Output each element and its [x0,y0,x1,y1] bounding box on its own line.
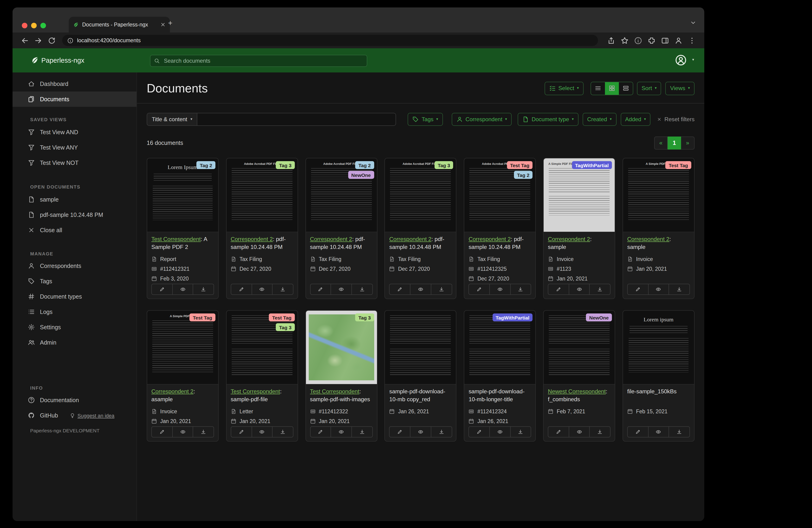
tag-badge[interactable]: Tag 3 [435,161,453,169]
edit-button[interactable] [627,284,648,295]
document-card[interactable]: Adobe Acrobat PDF FilesTag 2NewOneCorres… [305,158,377,299]
tag-badge[interactable]: Test Tag [507,161,533,169]
tag-badge[interactable]: TagWithPartial [492,313,533,322]
download-button[interactable] [193,284,214,295]
browser-info-icon[interactable] [634,37,642,44]
sidebar-item-tags[interactable]: Tags [13,273,136,289]
edit-button[interactable] [389,284,410,295]
grid-view-button[interactable] [605,82,619,95]
edit-button[interactable] [151,284,173,295]
document-card[interactable]: Tag 3Test Correspondent: sample-pdf-with… [305,310,377,442]
sidebar-item-open-doc-sample[interactable]: sample [13,192,136,207]
maximize-window-button[interactable] [40,23,46,28]
view-button[interactable] [569,284,590,295]
correspondent-link[interactable]: Correspondent 2 [627,236,669,242]
document-card[interactable]: Adobe Acrobat PDF FilesTest TagTag 2Corr… [464,158,536,299]
view-button[interactable] [173,284,193,295]
view-button[interactable] [252,426,273,438]
correspondent-link[interactable]: Test Correspondent [310,388,359,395]
sidebar-item-test-view-any[interactable]: Test View ANY [13,140,136,155]
current-page-button[interactable]: 1 [668,137,681,149]
document-card[interactable]: sample-pdf-download-10-mb copy_redJan 26… [385,310,456,442]
filter-text-input[interactable] [198,113,396,126]
browser-menu-icon[interactable] [688,37,696,44]
download-button[interactable] [273,426,293,438]
document-thumbnail[interactable]: Lorem IpsumTag 2 [147,158,218,232]
edit-button[interactable] [469,426,490,438]
correspondent-link[interactable]: Correspondent 2 [310,236,352,242]
edit-button[interactable] [548,426,569,438]
correspondent-filter-button[interactable]: Correspondent [451,113,512,126]
back-icon[interactable] [21,37,29,44]
added-filter-button[interactable]: Added [621,113,650,126]
view-button[interactable] [173,426,193,438]
document-thumbnail[interactable]: A Simple PDF FileTest Tag [623,158,694,232]
download-button[interactable] [273,284,293,295]
sidebar-item-settings[interactable]: Settings [13,319,136,335]
edit-button[interactable] [469,284,490,295]
reload-icon[interactable] [48,37,56,44]
edit-button[interactable] [151,426,173,438]
correspondent-link[interactable]: Correspondent 2 [469,236,511,242]
tag-badge[interactable]: Tag 2 [514,171,533,179]
previous-page-button[interactable]: « [654,137,668,149]
tag-badge[interactable]: Tag 3 [276,323,294,331]
tab-close-icon[interactable] [160,22,166,27]
side-panel-icon[interactable] [661,37,669,44]
download-button[interactable] [669,284,690,295]
document-card[interactable]: A Simple PDF FileTest TagCorrespondent 2… [147,310,219,442]
extensions-icon[interactable] [648,37,655,44]
forward-icon[interactable] [34,37,42,44]
correspondent-link[interactable]: Correspondent 2 [548,236,590,242]
view-button[interactable] [410,426,431,438]
address-bar[interactable]: localhost:4200/documents [62,35,598,46]
tag-badge[interactable]: Tag 2 [197,161,215,169]
view-button[interactable] [252,284,273,295]
profile-avatar-icon[interactable] [675,37,682,44]
document-thumbnail[interactable]: Adobe Acrobat PDF FilesTag 2NewOne [306,158,377,232]
document-thumbnail[interactable]: NewOne [543,311,615,385]
download-button[interactable] [510,284,531,295]
sidebar-item-dashboard[interactable]: Dashboard [13,76,136,91]
global-search[interactable] [150,55,367,67]
site-info-icon[interactable] [67,38,73,43]
suggest-idea-link[interactable]: Suggest an idea [70,413,114,418]
sidebar-item-open-doc-pdf-sample[interactable]: pdf-sample 10.24.48 PM [13,207,136,223]
document-card[interactable]: NewOneNewest Correspondent: f_combinedsF… [543,310,615,442]
tab-search-chevron-icon[interactable] [690,19,696,26]
user-avatar-icon[interactable] [675,54,687,66]
bookmark-star-icon[interactable] [621,37,628,44]
sidebar-item-documentation[interactable]: Documentation [13,393,136,408]
download-button[interactable] [590,284,610,295]
view-button[interactable] [490,284,510,295]
document-thumbnail[interactable]: Adobe Acrobat PDF FilesTag 3 [227,158,298,232]
document-thumbnail[interactable]: A Simple PDF FileTest Tag [147,311,218,385]
sidebar-item-github[interactable]: GitHub Suggest an idea [13,408,136,423]
document-card[interactable]: Adobe Acrobat PDF FilesTag 3Corresponden… [226,158,298,299]
sidebar-item-test-view-and[interactable]: Test View AND [13,125,136,140]
correspondent-link[interactable]: Correspondent 2 [151,388,193,395]
tag-badge[interactable]: Tag 2 [355,161,374,169]
correspondent-link[interactable]: Test Correspondent [151,236,201,242]
view-button[interactable] [490,426,510,438]
download-button[interactable] [352,284,373,295]
document-card[interactable]: A Simple PDF FileTagWithPartialCorrespon… [543,158,615,299]
detail-view-button[interactable] [619,82,633,95]
view-button[interactable] [331,426,352,438]
tag-badge[interactable]: Test Tag [269,313,294,322]
tag-badge[interactable]: Test Tag [190,313,215,322]
document-thumbnail[interactable]: Adobe Acrobat PDF FilesTag 3 [385,158,456,232]
view-button[interactable] [648,284,669,295]
document-thumbnail[interactable] [385,311,456,385]
tag-badge[interactable]: NewOne [586,313,612,322]
download-button[interactable] [590,426,610,438]
views-button[interactable]: Views [666,82,695,95]
document-card[interactable]: Lorem ipsumfile-sample_150kBsFeb 15, 202… [623,310,695,442]
filter-field-dropdown[interactable]: Title & content [147,113,198,126]
sidebar-item-logs[interactable]: Logs [13,304,136,319]
created-filter-button[interactable]: Created [583,113,616,126]
correspondent-link[interactable]: Correspondent 2 [231,236,273,242]
reset-filters-button[interactable]: Reset filters [657,116,695,123]
view-button[interactable] [648,426,669,438]
sidebar-item-test-view-not[interactable]: Test View NOT [13,155,136,170]
